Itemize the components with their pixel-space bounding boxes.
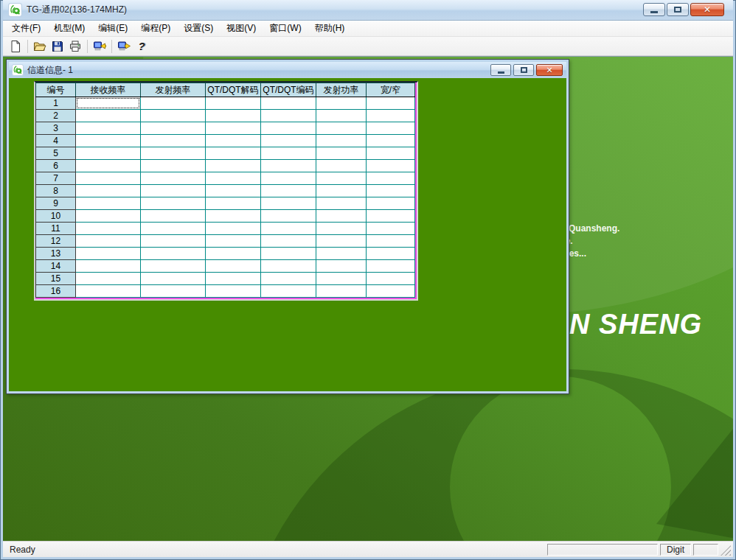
channel-cell[interactable] [76,147,141,160]
channel-cell[interactable] [141,248,206,260]
column-header[interactable]: QT/DQT编码 [261,83,316,97]
channel-cell[interactable] [206,147,261,160]
maximize-button[interactable] [667,3,689,16]
channel-cell[interactable] [316,135,367,147]
channel-cell[interactable] [206,260,261,273]
channel-cell[interactable] [316,110,367,122]
channel-cell[interactable] [316,235,367,248]
channel-cell[interactable] [316,223,367,235]
channel-cell[interactable] [316,97,367,110]
channel-cell[interactable] [141,223,206,235]
row-header[interactable]: 5 [36,147,76,160]
channel-cell[interactable] [367,160,415,172]
corner-header[interactable]: 编号 [36,83,76,97]
channel-cell[interactable] [206,235,261,248]
channel-cell[interactable] [76,285,141,298]
channel-cell[interactable] [76,122,141,135]
channel-cell[interactable] [367,273,415,285]
print-button[interactable] [66,38,84,55]
channel-cell[interactable] [141,172,206,185]
row-header[interactable]: 10 [36,210,76,223]
channel-cell[interactable] [76,260,141,273]
channel-cell[interactable] [206,185,261,197]
channel-cell[interactable] [206,160,261,172]
help-button[interactable]: ? ? [133,38,150,55]
channel-cell[interactable] [206,210,261,223]
channel-cell[interactable] [261,110,316,122]
channel-cell[interactable] [367,210,415,223]
channel-cell[interactable] [261,122,316,135]
channel-cell[interactable] [141,110,206,122]
column-header[interactable]: QT/DQT解码 [206,83,261,97]
row-header[interactable]: 12 [36,235,76,248]
row-header[interactable]: 1 [36,97,76,110]
row-header[interactable]: 16 [36,285,76,298]
column-header[interactable]: 发射功率 [316,83,367,97]
channel-cell[interactable] [206,285,261,298]
column-header[interactable]: 宽/窄 [367,83,415,97]
channel-cell[interactable] [261,210,316,223]
channel-cell[interactable] [261,235,316,248]
open-file-button[interactable] [31,38,49,55]
row-header[interactable]: 4 [36,135,76,147]
channel-cell[interactable] [141,97,206,110]
main-titlebar[interactable]: TG-通用02(136-174MHZ) ✕ [3,0,733,21]
channel-cell[interactable] [367,285,415,298]
row-header[interactable]: 7 [36,172,76,185]
channel-cell[interactable] [206,97,261,110]
channel-cell[interactable] [367,172,415,185]
channel-cell[interactable] [141,122,206,135]
channel-cell[interactable] [206,122,261,135]
channel-cell[interactable] [261,97,316,110]
menu-model[interactable]: 机型(M) [47,20,91,37]
row-header[interactable]: 9 [36,197,76,210]
child-minimize-button[interactable] [490,64,511,76]
minimize-button[interactable] [643,3,665,16]
channel-cell[interactable] [206,110,261,122]
menu-file[interactable]: 文件(F) [5,20,47,37]
channel-cell[interactable] [316,285,367,298]
channel-cell[interactable] [76,172,141,185]
row-header[interactable]: 11 [36,223,76,235]
channel-cell[interactable] [261,185,316,197]
channel-cell[interactable] [206,172,261,185]
channel-cell[interactable] [316,197,367,210]
channel-cell[interactable] [76,185,141,197]
channel-cell[interactable] [76,273,141,285]
channel-cell[interactable] [261,147,316,160]
new-file-button[interactable] [7,38,24,55]
row-header[interactable]: 6 [36,160,76,172]
channel-cell[interactable] [141,285,206,298]
channel-cell[interactable] [316,260,367,273]
channel-cell[interactable] [261,260,316,273]
channel-cell[interactable] [261,197,316,210]
channel-cell[interactable] [206,135,261,147]
channel-cell[interactable] [261,248,316,260]
channel-cell[interactable] [206,273,261,285]
channel-cell[interactable] [141,273,206,285]
write-to-radio-button[interactable] [115,38,133,55]
channel-cell[interactable] [316,210,367,223]
channel-cell[interactable] [206,223,261,235]
channel-cell[interactable] [76,197,141,210]
channel-cell[interactable] [316,160,367,172]
channel-cell[interactable] [261,273,316,285]
channel-cell[interactable] [141,197,206,210]
focused-cell[interactable] [76,97,141,110]
channel-cell[interactable] [261,285,316,298]
channel-cell[interactable] [367,223,415,235]
channel-cell[interactable] [316,172,367,185]
channel-cell[interactable] [206,248,261,260]
close-button[interactable]: ✕ [690,3,724,16]
channel-cell[interactable] [76,235,141,248]
channel-cell[interactable] [316,122,367,135]
resize-grip[interactable] [721,545,731,556]
channel-cell[interactable] [141,147,206,160]
child-restore-button[interactable] [513,64,534,76]
channel-cell[interactable] [76,210,141,223]
channel-cell[interactable] [367,260,415,273]
save-file-button[interactable] [49,38,66,55]
channel-cell[interactable] [367,97,415,110]
row-header[interactable]: 2 [36,110,76,122]
channel-cell[interactable] [261,160,316,172]
